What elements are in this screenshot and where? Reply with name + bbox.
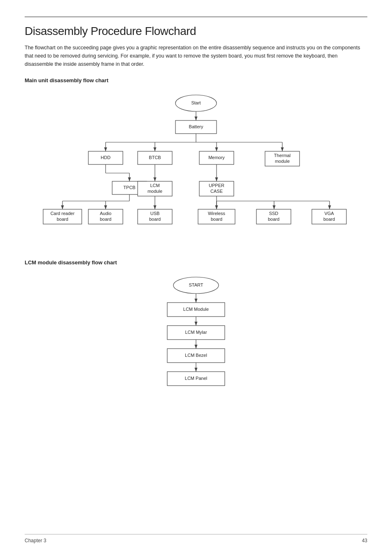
lcm-bezel-label: LCM Bezel	[185, 353, 207, 358]
lcm-mylar-label: LCM Mylar	[185, 330, 207, 335]
lcm-mod-label1: LCM	[150, 183, 159, 188]
footer-page: 43	[362, 538, 367, 543]
btcb-label: BTCB	[149, 155, 161, 160]
audio-label2: board	[100, 217, 111, 222]
lcm-mod-label2: module	[148, 189, 162, 194]
upper-case-label1: UPPER	[209, 183, 224, 188]
cardreader-label2: board	[57, 217, 68, 222]
lcm-start-label: START	[189, 282, 203, 287]
section1-heading: Main unit disassembly flow chart	[25, 77, 367, 83]
footer-chapter: Chapter 3	[25, 538, 46, 543]
lcm-panel-label: LCM Panel	[185, 376, 207, 381]
memory-label: Memory	[208, 155, 225, 160]
audio-label1: Audio	[100, 211, 111, 216]
wireless-label2: board	[211, 217, 222, 222]
main-flowchart-area: Start Battery HDD BTCB	[25, 91, 367, 247]
hdd-label: HDD	[101, 155, 111, 160]
top-rule	[25, 16, 367, 17]
footer: Chapter 3 43	[25, 538, 367, 543]
thermal-label2: module	[275, 159, 290, 164]
usb-label2: board	[149, 217, 161, 222]
ssd-label2: board	[268, 217, 279, 222]
start-label: Start	[191, 100, 201, 105]
tpcb-label: TPCB	[123, 185, 135, 190]
page-title: Disassembly Procedure Flowchard	[25, 25, 367, 38]
ssd-label1: SSD	[269, 211, 279, 216]
page: Disassembly Procedure Flowchard The flow…	[0, 0, 392, 555]
thermal-label1: Thermal	[274, 153, 291, 158]
lcm-flowchart-svg: START LCM Module LCM Mylar LCM Bezel LCM…	[28, 273, 364, 425]
main-flowchart-svg: Start Battery HDD BTCB	[28, 91, 364, 247]
lcm-module-label: LCM Module	[183, 307, 209, 312]
section2-heading: LCM module disassembly flow chart	[25, 259, 367, 266]
intro-text: The flowchart on the succeeding page giv…	[25, 44, 362, 68]
lcm-flowchart-area: START LCM Module LCM Mylar LCM Bezel LCM…	[25, 273, 367, 425]
battery-label: Battery	[189, 124, 203, 129]
usb-label1: USB	[150, 211, 160, 216]
vga-label1: VGA	[324, 211, 334, 216]
upper-case-label2: CASE	[210, 189, 223, 194]
wireless-label1: Wireless	[208, 211, 226, 216]
bottom-rule	[25, 534, 367, 534]
cardreader-label1: Card reader	[51, 211, 75, 216]
vga-label2: board	[323, 217, 335, 222]
